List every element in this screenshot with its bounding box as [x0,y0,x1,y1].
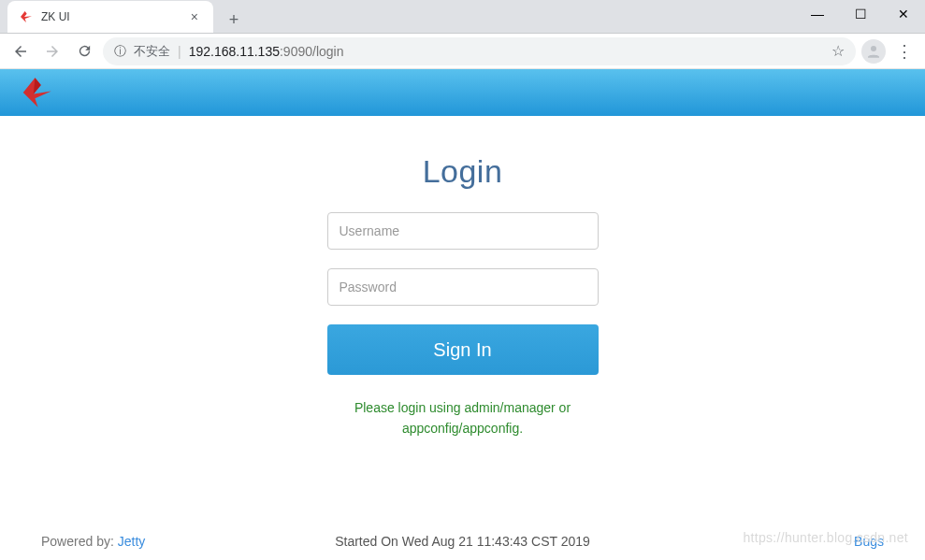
forward-button[interactable] [39,38,65,65]
bookmark-star-icon[interactable]: ☆ [831,42,845,60]
hint-line-2: appconfig/appconfig. [327,418,599,438]
kebab-menu-icon[interactable]: ⋮ [891,41,918,62]
login-hint: Please login using admin/manager or appc… [327,397,599,439]
maximize-button[interactable]: ☐ [839,0,882,28]
username-input[interactable] [327,212,599,250]
new-tab-button[interactable]: + [221,7,247,33]
page-content: Login Sign In Please login using admin/m… [0,69,925,560]
bird-logo-icon [19,75,54,110]
address-bar[interactable]: ⓘ 不安全 | 192.168.11.135:9090/login ☆ [103,37,856,65]
page-footer: Powered by: Jetty Started On Wed Aug 21 … [0,534,925,549]
browser-toolbar: ⓘ 不安全 | 192.168.11.135:9090/login ☆ ⋮ [0,34,925,69]
profile-avatar[interactable] [861,39,886,64]
tab-strip: ZK UI × + [0,0,925,34]
svg-point-0 [871,46,876,51]
header-band [0,69,925,116]
login-title: Login [327,153,599,190]
login-form: Login Sign In Please login using admin/m… [327,153,599,439]
bugs-link[interactable]: Bugs [854,534,884,549]
back-button[interactable] [7,38,34,65]
close-window-button[interactable]: ✕ [882,0,925,28]
reload-button[interactable] [71,38,97,65]
powered-by: Powered by: Jetty [41,534,145,549]
minimize-button[interactable]: — [796,0,839,28]
bird-icon [19,9,34,24]
jetty-link[interactable]: Jetty [118,534,146,549]
separator: | [178,44,181,59]
tab-title: ZK UI [41,10,187,23]
url-text: 192.168.11.135:9090/login [189,44,344,59]
insecure-label: 不安全 [134,43,170,60]
hint-line-1: Please login using admin/manager or [327,397,599,418]
close-tab-icon[interactable]: × [187,9,202,24]
password-input[interactable] [327,268,599,306]
signin-button[interactable]: Sign In [327,324,599,375]
info-icon: ⓘ [114,43,126,60]
browser-tab[interactable]: ZK UI × [7,1,213,33]
powered-by-label: Powered by: [41,534,118,549]
window-controls: — ☐ ✕ [796,0,925,28]
